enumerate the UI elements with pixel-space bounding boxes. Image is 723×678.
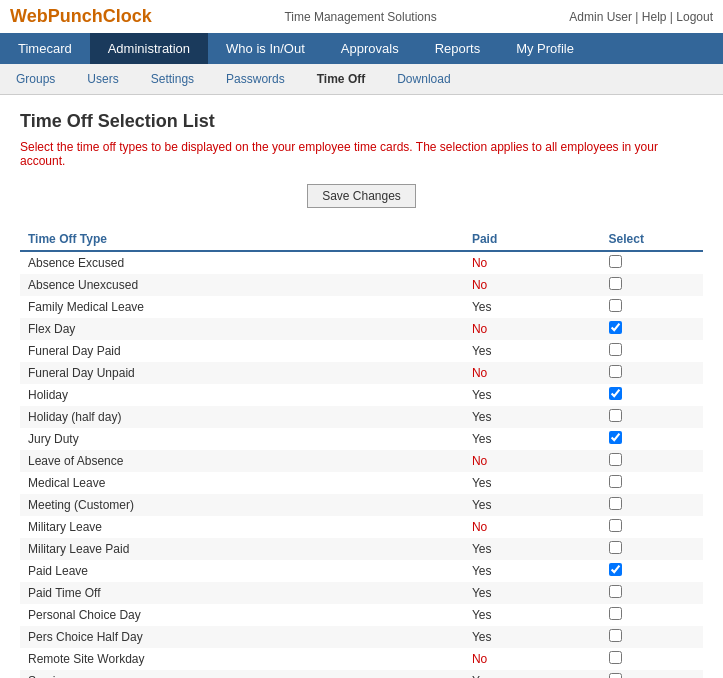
select-checkbox[interactable]	[609, 475, 622, 488]
cell-paid: No	[464, 251, 601, 274]
table-row: Personal Choice DayYes	[20, 604, 703, 626]
secondary-nav-item-groups[interactable]: Groups	[0, 68, 71, 90]
secondary-nav-item-passwords[interactable]: Passwords	[210, 68, 301, 90]
primary-nav-item-reports[interactable]: Reports	[417, 33, 499, 64]
cell-select	[601, 384, 703, 406]
cell-paid: Yes	[464, 670, 601, 678]
table-row: Pers Choice Half DayYes	[20, 626, 703, 648]
cell-select	[601, 428, 703, 450]
cell-type: Holiday	[20, 384, 464, 406]
cell-type: Seminar	[20, 670, 464, 678]
cell-paid: Yes	[464, 538, 601, 560]
cell-type: Absence Unexcused	[20, 274, 464, 296]
cell-paid: Yes	[464, 626, 601, 648]
select-checkbox[interactable]	[609, 299, 622, 312]
cell-type: Paid Leave	[20, 560, 464, 582]
select-checkbox[interactable]	[609, 629, 622, 642]
cell-select	[601, 516, 703, 538]
primary-nav-item-who_is_in_out[interactable]: Who is In/Out	[208, 33, 323, 64]
select-checkbox[interactable]	[609, 497, 622, 510]
primary-nav-item-timecard[interactable]: Timecard	[0, 33, 90, 64]
select-checkbox[interactable]	[609, 651, 622, 664]
cell-paid: Yes	[464, 406, 601, 428]
cell-paid: Yes	[464, 384, 601, 406]
table-row: Medical LeaveYes	[20, 472, 703, 494]
page-description: Select the time off types to be displaye…	[20, 140, 703, 168]
cell-select	[601, 340, 703, 362]
cell-select	[601, 318, 703, 340]
primary-nav-item-approvals[interactable]: Approvals	[323, 33, 417, 64]
col-header-select: Select	[601, 228, 703, 251]
select-checkbox[interactable]	[609, 365, 622, 378]
cell-select	[601, 604, 703, 626]
cell-select	[601, 450, 703, 472]
select-checkbox[interactable]	[609, 541, 622, 554]
save-changes-button[interactable]: Save Changes	[307, 184, 416, 208]
main-content: Time Off Selection List Select the time …	[0, 95, 723, 678]
select-checkbox[interactable]	[609, 255, 622, 268]
select-checkbox[interactable]	[609, 519, 622, 532]
cell-type: Medical Leave	[20, 472, 464, 494]
table-row: Absence UnexcusedNo	[20, 274, 703, 296]
table-row: Paid LeaveYes	[20, 560, 703, 582]
select-checkbox[interactable]	[609, 607, 622, 620]
description-normal: Select the time off types to be displaye…	[20, 140, 413, 154]
cell-type: Funeral Day Unpaid	[20, 362, 464, 384]
cell-select	[601, 251, 703, 274]
cell-paid: Yes	[464, 428, 601, 450]
cell-type: Military Leave Paid	[20, 538, 464, 560]
select-checkbox[interactable]	[609, 343, 622, 356]
top-right-text: Admin User | Help | Logout	[569, 10, 713, 24]
cell-type: Jury Duty	[20, 428, 464, 450]
cell-select	[601, 494, 703, 516]
cell-select	[601, 274, 703, 296]
cell-type: Family Medical Leave	[20, 296, 464, 318]
select-checkbox[interactable]	[609, 321, 622, 334]
table-row: Flex DayNo	[20, 318, 703, 340]
select-checkbox[interactable]	[609, 277, 622, 290]
select-checkbox[interactable]	[609, 409, 622, 422]
table-row: Funeral Day UnpaidNo	[20, 362, 703, 384]
secondary-nav-item-users[interactable]: Users	[71, 68, 134, 90]
cell-paid: Yes	[464, 604, 601, 626]
cell-type: Leave of Absence	[20, 450, 464, 472]
primary-nav-item-administration[interactable]: Administration	[90, 33, 208, 64]
cell-type: Paid Time Off	[20, 582, 464, 604]
cell-paid: Yes	[464, 296, 601, 318]
table-row: Paid Time OffYes	[20, 582, 703, 604]
cell-paid: No	[464, 516, 601, 538]
top-bar: WebPunchClock Time Management Solutions …	[0, 0, 723, 33]
cell-type: Remote Site Workday	[20, 648, 464, 670]
table-row: Meeting (Customer)Yes	[20, 494, 703, 516]
cell-type: Absence Excused	[20, 251, 464, 274]
cell-type: Personal Choice Day	[20, 604, 464, 626]
secondary-nav-item-download[interactable]: Download	[381, 68, 466, 90]
primary-nav-item-my_profile[interactable]: My Profile	[498, 33, 592, 64]
logo: WebPunchClock	[10, 6, 152, 27]
select-checkbox[interactable]	[609, 673, 622, 678]
logo-web: Web	[10, 6, 48, 26]
cell-paid: No	[464, 362, 601, 384]
table-row: Remote Site WorkdayNo	[20, 648, 703, 670]
table-row: Absence ExcusedNo	[20, 251, 703, 274]
table-row: HolidayYes	[20, 384, 703, 406]
table-row: Leave of AbsenceNo	[20, 450, 703, 472]
select-checkbox[interactable]	[609, 431, 622, 444]
select-checkbox[interactable]	[609, 585, 622, 598]
cell-select	[601, 538, 703, 560]
select-checkbox[interactable]	[609, 387, 622, 400]
save-area: Save Changes	[20, 184, 703, 208]
table-row: Jury DutyYes	[20, 428, 703, 450]
cell-paid: No	[464, 274, 601, 296]
secondary-nav-item-settings[interactable]: Settings	[135, 68, 210, 90]
top-center-text: Time Management Solutions	[284, 10, 436, 24]
table-body: Absence ExcusedNoAbsence UnexcusedNoFami…	[20, 251, 703, 678]
select-checkbox[interactable]	[609, 563, 622, 576]
cell-type: Holiday (half day)	[20, 406, 464, 428]
cell-paid: Yes	[464, 582, 601, 604]
cell-select	[601, 472, 703, 494]
cell-paid: No	[464, 318, 601, 340]
secondary-nav-item-time_off[interactable]: Time Off	[301, 68, 381, 90]
table-row: Military Leave PaidYes	[20, 538, 703, 560]
select-checkbox[interactable]	[609, 453, 622, 466]
